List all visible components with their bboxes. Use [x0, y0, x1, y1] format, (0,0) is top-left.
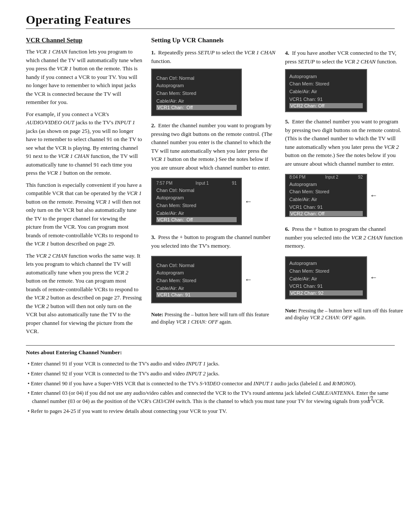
left-para-3: This function is especially convenient i… — [26, 181, 143, 248]
screen-line: Cable/Air: Air — [156, 98, 237, 105]
step-2-text: 2. Enter the channel number you want to … — [151, 121, 277, 172]
note-step6: Note: Pressing the – button here will tu… — [285, 307, 404, 322]
screen-line: Chan Mem: Stored — [156, 202, 237, 210]
screen-line: Chan Mem: Stored — [289, 268, 363, 275]
screen-input: Input 2 — [325, 175, 339, 179]
step-2-screen: 7:57 PM Input 1 91 Chan Ctrl: Normal Aut… — [151, 178, 242, 225]
left-column: VCR Channel Setup The VCR 1 CHAN functio… — [26, 37, 151, 339]
step-4-text: 4. If you have another VCR connected to … — [285, 49, 404, 66]
notes-heading: Notes about Entering Channel Number: — [26, 348, 395, 357]
screen-header: 8:04 PM Input 2 92 — [289, 175, 363, 179]
arrow-icon: ← — [370, 191, 377, 200]
main-layout: VCR Channel Setup The VCR 1 CHAN functio… — [26, 37, 395, 339]
notes-list: Enter channel 91 if your VCR is connecte… — [26, 360, 395, 416]
screen-channel: 92 — [358, 175, 363, 179]
step-5: 5. Enter the channel number you want to … — [285, 117, 404, 220]
screen-line: VCR1 Chan: 91 — [289, 204, 363, 211]
screen-time: 8:04 PM — [289, 175, 305, 179]
step-6: 6. Press the + button to program the cha… — [285, 225, 404, 302]
note-bold: Note: — [151, 312, 163, 318]
screen-line: Chan Mem: Stored — [289, 80, 363, 88]
screen-line: VCR1 Chan: 91 — [289, 283, 363, 290]
screen-highlight: VCR1 Chan: 91 — [156, 292, 237, 297]
step-1-text: 1. Repeatedly press SETUP to select the … — [151, 48, 277, 65]
left-para-2: For example, if you connect a VCR's AUDI… — [26, 110, 143, 177]
vcr-channel-setup-heading: VCR Channel Setup — [26, 37, 143, 44]
note-text: Pressing the – button here will turn off… — [151, 312, 269, 325]
screen-highlight: VCR2 Chan: Off — [289, 103, 363, 108]
step-6-screen: Autoprogram Chan Mem: Stored Cable/Air: … — [285, 256, 367, 299]
screen-line: Autoprogram — [156, 82, 237, 90]
screen-line: Chan Ctrl: Normal — [156, 262, 237, 270]
screen-line: Chan Mem: Stored — [156, 277, 237, 285]
screen-line: Cable/Air: Air — [156, 210, 237, 217]
note-text: Pressing the – button here will turn off… — [285, 308, 403, 321]
screen-header: 7:57 PM Input 1 91 — [156, 181, 237, 186]
right-columns: Setting Up VCR Channels 1. Repeatedly pr… — [151, 37, 404, 339]
screen-highlight: VCR2 Chan: Off — [289, 211, 363, 216]
screen-highlight: VCR1 Chan: Off — [156, 105, 237, 110]
screen-highlight: VCR1 Chan: Off — [156, 217, 237, 222]
notes-section: Notes about Entering Channel Number: Ent… — [26, 345, 395, 416]
step-2: 2. Enter the channel number you want to … — [151, 121, 277, 228]
step-6-screen-row: Autoprogram Chan Mem: Stored Cable/Air: … — [285, 254, 404, 302]
center-column: Setting Up VCR Channels 1. Repeatedly pr… — [151, 37, 285, 339]
screen-line: Cable/Air: Air — [289, 88, 363, 96]
arrow-icon: ← — [244, 275, 252, 284]
arrow-icon: ← — [370, 273, 377, 282]
screen-time: 7:57 PM — [156, 181, 172, 186]
screen-line: Autoprogram — [156, 269, 237, 277]
step-6-text: 6. Press the + button to program the cha… — [285, 225, 404, 250]
notes-item: Enter channel 91 if your VCR is connecte… — [26, 360, 395, 368]
step-1-screen: Chan Ctrl: Normal Autoprogram Chan Mem: … — [151, 69, 242, 116]
page-title: Operating Features — [26, 13, 395, 27]
step-3-text: 3. Press the + button to program the cha… — [151, 233, 277, 250]
arrow-icon: ← — [244, 197, 252, 206]
step-4: 4. If you have another VCR connected to … — [285, 49, 404, 112]
step-5-screen: 8:04 PM Input 2 92 Autoprogram Chan Mem:… — [285, 174, 367, 217]
step-2-screen-row: 7:57 PM Input 1 91 Chan Ctrl: Normal Aut… — [151, 175, 277, 228]
left-para-4: The VCR 2 CHAN function works the same w… — [26, 252, 143, 336]
left-para-1: The VCR 1 CHAN function lets you program… — [26, 47, 143, 107]
screen-line: Chan Mem: Stored — [156, 90, 237, 98]
notes-item: Enter channel 90 if you have a Super-VHS… — [26, 380, 395, 388]
step-3-screen: Chan Ctrl: Normal Autoprogram Chan Mem: … — [151, 256, 242, 303]
screen-line: Cable/Air: Air — [156, 285, 237, 293]
screen-highlight: VCR2 Chan: 92 — [289, 290, 363, 296]
notes-item: Enter channel 92 if your VCR is connecte… — [26, 370, 395, 378]
screen-line: Chan Ctrl: Normal — [156, 187, 237, 195]
notes-item: Refer to pages 24-25 if you want to revi… — [26, 407, 395, 416]
screen-line: Autoprogram — [289, 73, 363, 81]
step-5-screen-row: 8:04 PM Input 2 92 Autoprogram Chan Mem:… — [285, 171, 404, 220]
screen-line: VCR1 Chan: 91 — [289, 96, 363, 104]
screen-input: Input 1 — [196, 181, 209, 186]
screen-line: Chan Ctrl: Normal — [156, 75, 237, 82]
notes-item: Enter channel 03 (or 04) if you did not … — [26, 389, 395, 406]
note-step3: Note: Pressing the – button here will tu… — [151, 311, 277, 326]
far-right-column: 4. If you have another VCR connected to … — [285, 37, 404, 339]
step-5-text: 5. Enter the channel number you want to … — [285, 117, 404, 168]
title-divider — [26, 28, 395, 29]
step-1: 1. Repeatedly press SETUP to select the … — [151, 48, 277, 116]
step-3: 3. Press the + button to program the cha… — [151, 233, 277, 306]
screen-line: Autoprogram — [289, 181, 363, 189]
setting-up-heading: Setting Up VCR Channels — [151, 37, 277, 44]
screen-line: Chan Mem: Stored — [289, 188, 363, 196]
screen-line: Cable/Air: Air — [289, 275, 363, 283]
screen-line: Cable/Air: Air — [289, 196, 363, 204]
screen-channel: 91 — [232, 181, 237, 186]
note-bold: Note: — [285, 308, 297, 314]
screen-line: Autoprogram — [156, 194, 237, 202]
screen-line: Autoprogram — [289, 260, 363, 268]
step-4-screen: Autoprogram Chan Mem: Stored Cable/Air: … — [285, 69, 367, 112]
page-number: 17 — [367, 396, 373, 403]
step-3-screen-row: Chan Ctrl: Normal Autoprogram Chan Mem: … — [151, 253, 277, 306]
